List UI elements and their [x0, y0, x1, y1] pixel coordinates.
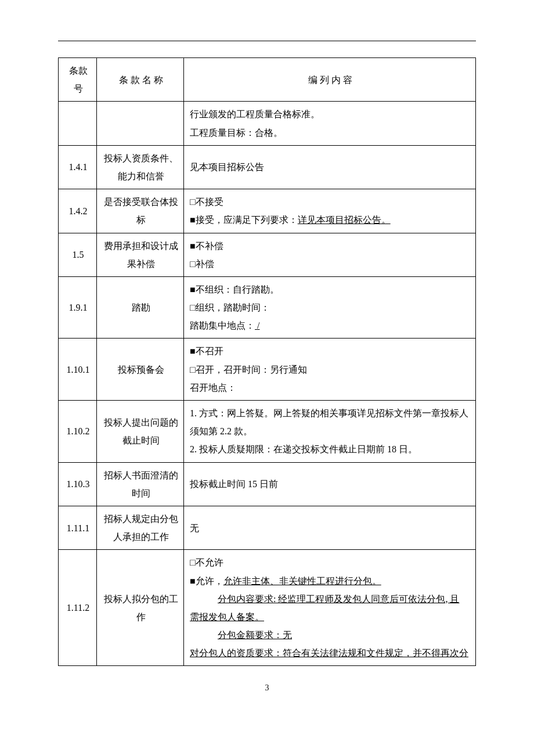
table-body: 行业颁发的工程质量合格标准。工程质量目标：合格。1.4.1投标人资质条件、能力和… — [59, 102, 476, 666]
table-header-row: 条款号 条 款 名 称 编 列 内 容 — [59, 58, 476, 102]
clause-content-cell: ■不补偿□补偿 — [184, 233, 476, 276]
table-row: 1.11.1招标人规定由分包人承担的工作无 — [59, 506, 476, 549]
clause-content-cell: ■不组织：自行踏勘。□组织，踏勘时间：踏勘集中地点： / — [184, 276, 476, 339]
clause-name-cell: 踏勘 — [97, 276, 184, 339]
clause-name-cell: 投标人资质条件、能力和信誉 — [97, 145, 184, 189]
table-row: 1.10.2投标人提出问题的截止时间1. 方式：网上答疑。网上答疑的相关事项详见… — [59, 401, 476, 463]
header-clause-no: 条款号 — [59, 58, 97, 102]
clause-name-cell: 投标预备会 — [97, 339, 184, 401]
clause-content-cell: 无 — [184, 506, 476, 549]
clause-content-cell: □不允许■允许，允许非主体、非关键性工程进行分包。分包内容要求: 经监理工程师及… — [184, 550, 476, 666]
clause-no-cell: 1.10.1 — [59, 339, 97, 401]
table-row: 1.4.1投标人资质条件、能力和信誉见本项目招标公告 — [59, 145, 476, 189]
clause-name-cell: 招标人书面澄清的时间 — [97, 462, 184, 506]
table-row: 1.9.1踏勘■不组织：自行踏勘。□组织，踏勘时间：踏勘集中地点： / — [59, 276, 476, 339]
clause-content-cell: 1. 方式：网上答疑。网上答疑的相关事项详见招标文件第一章投标人须知第 2.2 … — [184, 401, 476, 463]
clause-content-cell: □不接受■接受，应满足下列要求：详见本项目招标公告。 — [184, 189, 476, 233]
table-row: 1.10.3招标人书面澄清的时间投标截止时间 15 日前 — [59, 462, 476, 506]
top-rule — [58, 41, 476, 41]
clause-content-cell: 见本项目招标公告 — [184, 145, 476, 189]
document-page: 条款号 条 款 名 称 编 列 内 容 行业颁发的工程质量合格标准。工程质量目标… — [0, 0, 534, 716]
clause-content-cell: 投标截止时间 15 日前 — [184, 462, 476, 506]
clause-name-cell: 招标人规定由分包人承担的工作 — [97, 506, 184, 549]
clause-no-cell: 1.4.1 — [59, 145, 97, 189]
clause-no-cell: 1.10.2 — [59, 401, 97, 463]
clause-no-cell: 1.9.1 — [59, 276, 97, 339]
table-row: 1.5费用承担和设计成果补偿■不补偿□补偿 — [59, 233, 476, 276]
table-row: 1.4.2是否接受联合体投标□不接受■接受，应满足下列要求：详见本项目招标公告。 — [59, 189, 476, 233]
clause-content-cell: ■不召开□召开，召开时间：另行通知召开地点： — [184, 339, 476, 401]
clause-no-cell: 1.11.1 — [59, 506, 97, 549]
table-row: 行业颁发的工程质量合格标准。工程质量目标：合格。 — [59, 102, 476, 145]
clause-no-cell: 1.11.2 — [59, 550, 97, 666]
clause-content-cell: 行业颁发的工程质量合格标准。工程质量目标：合格。 — [184, 102, 476, 145]
table-row: 1.11.2投标人拟分包的工作□不允许■允许，允许非主体、非关键性工程进行分包。… — [59, 550, 476, 666]
clause-table: 条款号 条 款 名 称 编 列 内 容 行业颁发的工程质量合格标准。工程质量目标… — [58, 57, 476, 666]
clause-name-cell — [97, 102, 184, 145]
clause-name-cell: 是否接受联合体投标 — [97, 189, 184, 233]
clause-name-cell: 投标人提出问题的截止时间 — [97, 401, 184, 463]
clause-no-cell: 1.5 — [59, 233, 97, 276]
table-row: 1.10.1投标预备会■不召开□召开，召开时间：另行通知召开地点： — [59, 339, 476, 401]
clause-name-cell: 投标人拟分包的工作 — [97, 550, 184, 666]
clause-no-cell: 1.10.3 — [59, 462, 97, 506]
clause-name-cell: 费用承担和设计成果补偿 — [97, 233, 184, 276]
clause-no-cell: 1.4.2 — [59, 189, 97, 233]
header-content: 编 列 内 容 — [184, 58, 476, 102]
header-clause-name: 条 款 名 称 — [97, 58, 184, 102]
clause-no-cell — [59, 102, 97, 145]
page-number: 3 — [58, 683, 476, 693]
